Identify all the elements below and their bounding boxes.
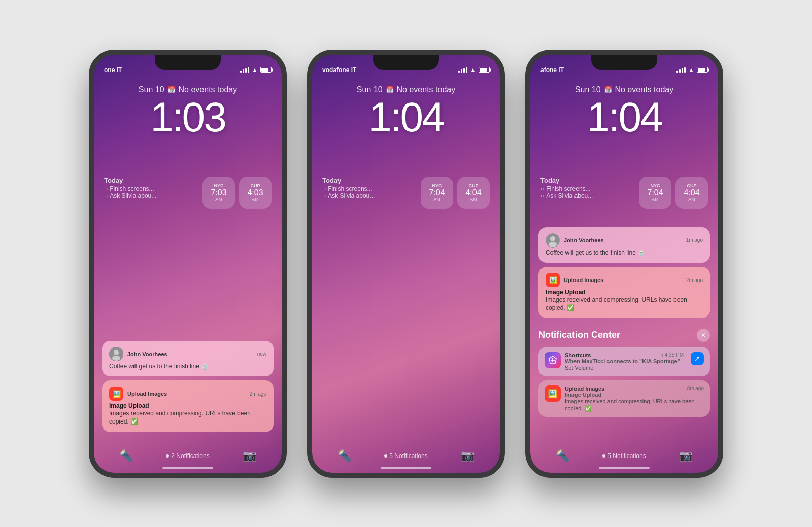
nc-shortcuts-card[interactable]: Shortcuts Fri 4:35 PM When MaxTicci conn… (538, 347, 710, 376)
home-indicator-3 (599, 467, 650, 469)
notif-card-upload-1[interactable]: 🖼️ Upload Images 2m ago Image Upload Ima… (102, 380, 274, 432)
time-2: 1:04 (312, 96, 500, 138)
wifi-icon: ▲ (252, 66, 258, 74)
reminder-item-2: ○ Ask Silvia abou... (104, 192, 202, 199)
carrier-1: one IT (104, 66, 122, 74)
notif-dot-3 (602, 454, 605, 458)
calendar-icon-3: 📅 (604, 86, 612, 93)
flashlight-icon-2[interactable]: 🔦 (337, 449, 351, 463)
home-indicator-2 (381, 467, 431, 469)
clock-cup-1: CUP 4:03 AM (239, 177, 272, 209)
battery-fill-2 (480, 68, 487, 72)
signal-bar (684, 67, 686, 73)
nc-upload-icon: 🖼️ (545, 385, 561, 402)
camera-icon-3[interactable]: 📷 (679, 449, 693, 463)
nc-upload-header-row: Upload Images 8m ago (565, 385, 704, 392)
carrier-3: afone IT (540, 66, 564, 74)
upload-sub-1: Image Upload (109, 402, 266, 409)
battery-fill-3 (698, 68, 705, 72)
date-text-1: Sun 10 (139, 85, 164, 94)
svg-point-5 (549, 242, 557, 247)
avatar-jv-1 (109, 347, 123, 361)
notif-msg-jv-3: Coffee will get us to the finish line 🍵 (546, 249, 703, 257)
status-right-3: ▲ (676, 66, 708, 74)
signal-bar (463, 68, 465, 73)
flashlight-icon-1[interactable]: 🔦 (119, 449, 133, 463)
notif-app-info-upload: 🖼️ Upload Images (109, 387, 167, 401)
upload-app-name-1: Upload Images (127, 391, 167, 397)
calendar-icon-1: 📅 (167, 86, 176, 93)
upload-time-3: 2m ago (686, 277, 703, 283)
reminder-item-5: ○ Finish screens... (540, 185, 639, 192)
notif-count-1: 2 Notifications (166, 452, 209, 460)
upload-msg-3: Images received and compressing. URLs ha… (546, 296, 703, 312)
notif-time-jv-3: 1m ago (686, 237, 703, 243)
camera-icon-2[interactable]: 📷 (461, 449, 475, 463)
upload-time-1: 2m ago (250, 391, 266, 397)
bottom-bar-1: 🔦 2 Notifications 📷 (94, 449, 282, 463)
signal-bar (240, 71, 242, 73)
notif-count-3: 5 Notifications (602, 452, 646, 460)
svg-point-1 (114, 350, 119, 355)
signal-bar (676, 71, 678, 73)
nc-action-btn[interactable]: ↗ (691, 352, 704, 365)
battery-icon-3 (697, 67, 708, 73)
status-right-2: ▲ (458, 66, 490, 74)
upload-message-1: Images received and compressing. URLs ha… (109, 410, 266, 426)
no-events-1: No events today (179, 85, 238, 94)
clock-nyc-1: NYC 7:03 AM (202, 177, 235, 209)
nc-shortcuts-sub: When MaxTicci connects to "KIA Sportage" (565, 358, 684, 364)
nc-upload-card[interactable]: 🖼️ Upload Images 8m ago Image Upload Ima… (538, 380, 710, 417)
upload-icon-1: 🖼️ (109, 387, 123, 401)
upload-name-3: Upload Images (564, 277, 603, 283)
battery-fill (261, 68, 268, 72)
shortcuts-icon (545, 352, 561, 368)
signal-3 (676, 67, 686, 73)
phone-1: one IT ▲ Sun 10 📅 No events today 1:03 T… (89, 50, 287, 478)
wifi-icon-3: ▲ (688, 66, 694, 74)
clock-nyc-2: NYC 7:04 AM (421, 177, 453, 209)
nc-shortcuts-app: Shortcuts (565, 352, 591, 358)
avatar-jv-3 (546, 233, 560, 248)
nc-upload-row: 🖼️ Upload Images 8m ago Image Upload Ima… (545, 385, 704, 412)
reminders-widget-3: Today ○ Finish screens... ○ Ask Silvia a… (540, 177, 639, 199)
notif-dot-2 (384, 454, 387, 458)
nc-header: Notification Center ✕ (538, 329, 710, 342)
nc-close-btn[interactable]: ✕ (697, 329, 710, 342)
clock-cup-3: CUP 4:04 AM (675, 177, 708, 209)
upload-icon-3: 🖼️ (546, 273, 560, 287)
battery-icon (260, 67, 272, 73)
signal-bar (243, 69, 244, 73)
clock-widgets-1: NYC 7:03 AM CUP 4:03 AM (202, 177, 272, 209)
notif-card-upload-3[interactable]: 🖼️ Upload Images 2m ago Image Upload Ima… (538, 267, 710, 318)
wifi-icon-2: ▲ (470, 66, 476, 74)
notif-time-1: now (257, 351, 266, 357)
bottom-bar-3: 🔦 5 Notifications 📷 (530, 449, 718, 463)
no-events-2: No events today (397, 85, 456, 94)
signal-bar (466, 67, 467, 73)
date-line-1: Sun 10 📅 No events today (94, 85, 282, 94)
notif-header-jv-3: John Voorhees 1m ago (546, 233, 703, 248)
svg-point-2 (112, 356, 120, 361)
date-line-2: Sun 10 📅 No events today (312, 85, 500, 94)
flashlight-icon-3[interactable]: 🔦 (556, 449, 569, 463)
svg-point-4 (550, 236, 555, 241)
notif-count-2: 5 Notifications (384, 452, 427, 460)
signal-bar (679, 69, 681, 73)
nc-upload-content: Upload Images 8m ago Image Upload Images… (565, 385, 704, 412)
notch-2 (373, 55, 439, 70)
camera-icon-1[interactable]: 📷 (243, 449, 256, 463)
reminders-widget-1: Today ○ Finish screens... ○ Ask Silvia a… (104, 177, 202, 199)
status-right-1: ▲ (240, 66, 272, 74)
lock-content-1: Sun 10 📅 No events today 1:03 (94, 85, 282, 138)
notif-app-info: John Voorhees (109, 347, 167, 361)
carrier-2: vodafone IT (322, 66, 356, 74)
notif-header-upload-3: 🖼️ Upload Images 2m ago (546, 273, 703, 287)
notif-card-jv-1[interactable]: John Voorhees now Coffee will get us to … (102, 341, 274, 377)
nc-shortcuts-header-row: Shortcuts Fri 4:35 PM (565, 352, 684, 358)
time-3: 1:04 (530, 96, 718, 138)
notif-card-jv-3[interactable]: John Voorhees 1m ago Coffee will get us … (538, 227, 710, 263)
notif-sender-name-1: John Voorhees (127, 351, 167, 357)
notif-info-upload-3: 🖼️ Upload Images (546, 273, 603, 287)
widgets-row-1: Today ○ Finish screens... ○ Ask Silvia a… (104, 177, 272, 209)
